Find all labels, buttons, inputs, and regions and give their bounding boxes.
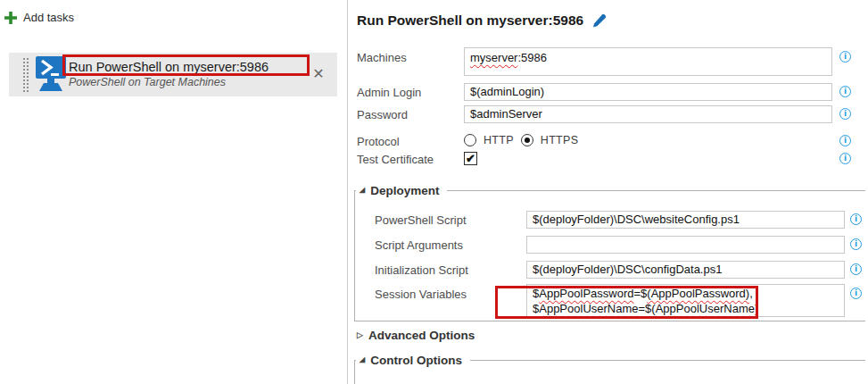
admin-login-input[interactable]: $(adminLogin) xyxy=(464,83,832,101)
sv-text: =$ xyxy=(639,302,652,315)
password-label: Password xyxy=(357,108,408,121)
radio-https[interactable] xyxy=(521,134,533,146)
sv-text-misspelled: (AppPoolUserName) xyxy=(651,302,758,315)
section-collapsed-icon xyxy=(357,330,363,340)
close-icon[interactable] xyxy=(310,66,327,82)
deployment-section-title: Deployment xyxy=(370,184,439,197)
task-subtitle: PowerShell on Target Machines xyxy=(69,76,269,89)
drag-handle[interactable] xyxy=(22,57,29,92)
password-value: $adminServer xyxy=(470,107,542,121)
task-detail-header: Run PowerShell on myserver:5986 xyxy=(357,13,607,29)
task-list-item[interactable]: Run PowerShell on myserver:5986 PowerShe… xyxy=(9,53,337,96)
initialization-script-value: $(deployFolder)\DSC\configData.ps1 xyxy=(533,263,722,276)
machines-info-icon[interactable] xyxy=(839,51,851,63)
initialization-script-info-icon[interactable] xyxy=(850,263,862,275)
deployment-section-header[interactable]: Deployment xyxy=(356,183,447,197)
powershell-script-label: PowerShell Script xyxy=(375,213,467,227)
script-arguments-label: Script Arguments xyxy=(375,238,463,252)
section-expanded-icon xyxy=(360,186,365,195)
script-arguments-input[interactable] xyxy=(526,236,845,254)
page-title: Run PowerShell on myserver:5986 xyxy=(357,13,583,29)
initialization-script-label: Initialization Script xyxy=(375,263,468,277)
admin-login-label: Admin Login xyxy=(357,86,421,99)
session-variables-info-icon[interactable] xyxy=(850,288,862,299)
password-input[interactable]: $adminServer xyxy=(464,105,832,123)
script-arguments-info-icon[interactable] xyxy=(850,238,862,250)
protocol-radio-group: HTTP HTTPS xyxy=(464,134,578,146)
machines-value-rest: :5986 xyxy=(517,51,547,64)
radio-https-label: HTTPS xyxy=(541,134,578,146)
session-variables-input[interactable]: $AppPoolPassword=$(AppPoolPassword), $Ap… xyxy=(526,284,845,317)
task-title: Run PowerShell on myserver:5986 xyxy=(69,58,269,76)
machines-value-misspelled: myserver xyxy=(470,51,517,64)
test-certificate-checkbox[interactable] xyxy=(464,152,477,165)
powershell-script-input[interactable]: $(deployFolder)\DSC\websiteConfig.ps1 xyxy=(526,211,845,229)
powershell-script-value: $(deployFolder)\DSC\websiteConfig.ps1 xyxy=(533,213,740,226)
control-options-section-header[interactable]: Control Options xyxy=(356,353,470,367)
pencil-edit-icon[interactable] xyxy=(591,13,607,29)
sv-text-misspelled: (AppPoolPassword) xyxy=(647,287,749,300)
machines-input[interactable]: myserver:5986 xyxy=(464,47,832,76)
admin-login-value: $(adminLogin) xyxy=(470,85,544,98)
add-tasks-label: Add tasks xyxy=(23,11,74,24)
task-text-block: Run PowerShell on myserver:5986 PowerShe… xyxy=(69,58,269,89)
advanced-options-section-title: Advanced Options xyxy=(368,329,475,342)
test-certificate-label: Test Certificate xyxy=(357,153,434,166)
add-tasks-button[interactable]: Add tasks xyxy=(4,11,74,24)
plus-icon xyxy=(4,12,17,24)
panel-separator xyxy=(347,0,348,384)
password-info-icon[interactable] xyxy=(839,108,851,120)
control-options-section-title: Control Options xyxy=(370,354,462,367)
sv-text-misspelled: AppPoolUserName xyxy=(539,302,638,315)
protocol-label: Protocol xyxy=(357,135,400,148)
test-certificate-info-icon[interactable] xyxy=(839,153,851,164)
section-expanded-icon xyxy=(360,355,365,364)
sv-text-misspelled: AppPoolPassword xyxy=(539,287,633,300)
powershell-script-info-icon[interactable] xyxy=(850,213,862,225)
session-variables-label: Session Variables xyxy=(375,288,467,301)
radio-http[interactable] xyxy=(464,134,476,146)
admin-login-info-icon[interactable] xyxy=(839,86,851,97)
machines-label: Machines xyxy=(357,51,407,64)
session-variables-line-1: $AppPoolPassword=$(AppPoolPassword), xyxy=(533,286,839,301)
initialization-script-input[interactable]: $(deployFolder)\DSC\configData.ps1 xyxy=(526,261,845,279)
task-editor-page: Add tasks Run PowerShell on myserver:598… xyxy=(0,0,868,384)
radio-http-label: HTTP xyxy=(484,134,514,146)
powershell-target-machines-icon xyxy=(36,56,66,93)
session-variables-line-2: $AppPoolUserName=$(AppPoolUserName) xyxy=(533,301,839,316)
sv-text: , xyxy=(749,287,753,300)
advanced-options-section-header[interactable]: Advanced Options xyxy=(357,329,475,342)
protocol-info-icon[interactable] xyxy=(839,135,851,146)
sv-text: =$ xyxy=(633,287,647,300)
